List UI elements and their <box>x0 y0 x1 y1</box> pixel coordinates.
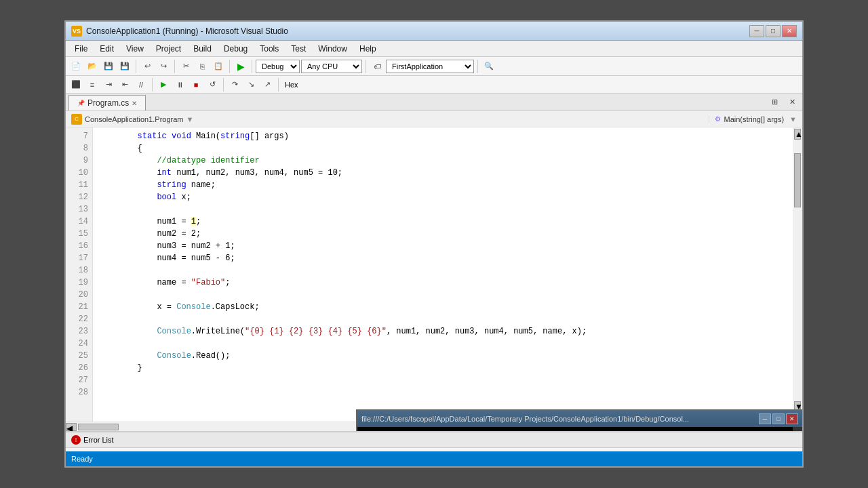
menu-window[interactable]: Window <box>312 42 353 56</box>
dsep2 <box>223 78 224 92</box>
hscroll-thumb[interactable] <box>78 424 119 430</box>
code-line-10: int num1, num2, num3, num4, num5 = 10; <box>98 167 787 179</box>
sep5 <box>366 60 366 73</box>
menu-file[interactable]: File <box>68 42 94 56</box>
code-line-8: { <box>98 142 787 155</box>
undo-button[interactable]: ↩ <box>140 59 155 74</box>
error-list-tab-item[interactable]: ! Error List <box>71 435 114 445</box>
pause-button[interactable]: ⏸ <box>172 77 187 92</box>
menu-bar: File Edit View Project Build Debug Tools… <box>66 41 802 57</box>
console-buttons: ─ □ ✕ <box>759 413 798 424</box>
comment-button[interactable]: // <box>134 77 149 92</box>
vertical-scrollbar[interactable]: ▲ ▼ <box>793 127 802 422</box>
menu-edit[interactable]: Edit <box>94 42 120 56</box>
tab-label: Program.cs <box>87 98 129 108</box>
debug-toolbar: ⬛ ≡ ⇥ ⇤ // ▶ ⏸ ■ ↺ ↷ ↘ ↗ Hex <box>66 76 802 94</box>
paste-button[interactable]: 📋 <box>211 59 226 74</box>
console-restore-button[interactable]: □ <box>772 413 785 424</box>
step-over-button[interactable]: ↷ <box>227 77 242 92</box>
close-button[interactable]: ✕ <box>782 25 797 37</box>
project-icon: 🏷 <box>370 59 384 74</box>
status-text: Ready <box>71 455 93 463</box>
scroll-up-button[interactable]: ▲ <box>794 129 801 140</box>
cpu-select[interactable]: Any CPU <box>301 60 362 73</box>
console-title-text: file:///C:/Users/fscopel/AppData/Local/T… <box>361 415 759 423</box>
format-button[interactable]: ≡ <box>85 77 100 92</box>
copy-button[interactable]: ⎘ <box>195 59 210 74</box>
tab-bar: 📌 Program.cs ✕ ⊞ ✕ <box>66 94 802 111</box>
split-view-button[interactable]: ⊞ <box>767 94 782 109</box>
menu-view[interactable]: View <box>120 42 150 56</box>
method-icon: ⚙ <box>715 115 721 123</box>
scroll-left-button[interactable]: ◀ <box>66 423 77 431</box>
code-lines[interactable]: static void Main(string[] args) { //data… <box>93 127 793 422</box>
code-line-12: bool x; <box>98 191 787 203</box>
title-bar-buttons: ─ □ ✕ <box>749 25 797 37</box>
hex-label: Hex <box>282 81 301 89</box>
breadcrumb-namespace: ConsoleApplication1.Program <box>85 115 184 123</box>
find-button[interactable]: 🔍 <box>481 59 496 74</box>
bottom-panel: ! Error List Ready <box>66 431 802 466</box>
main-area: C ConsoleApplication1.Program ▼ ⚙ Main(s… <box>66 111 802 431</box>
console-close-button[interactable]: ✕ <box>786 413 798 424</box>
code-line-27 <box>98 374 787 386</box>
menu-help[interactable]: Help <box>353 42 382 56</box>
redo-button[interactable]: ↪ <box>156 59 171 74</box>
breadcrumb-method: ⚙ Main(string[] args) ▼ <box>715 115 797 123</box>
dsep3 <box>278 78 279 92</box>
code-line-11: string name; <box>98 179 787 191</box>
dsep1 <box>152 78 153 92</box>
step-out-button[interactable]: ↗ <box>260 77 275 92</box>
outdent-button[interactable]: ⇤ <box>117 77 132 92</box>
code-line-9: //datatype identifier <box>98 155 787 167</box>
save-button[interactable]: 💾 <box>101 59 116 74</box>
method-dropdown-icon[interactable]: ▼ <box>789 115 797 123</box>
indent-button[interactable]: ⇥ <box>101 77 116 92</box>
code-line-26: } <box>98 362 787 374</box>
bookmark-button[interactable]: ⬛ <box>68 77 83 92</box>
debug-mode-select[interactable]: Debug <box>256 60 300 73</box>
cut-button[interactable]: ✂ <box>178 59 193 74</box>
sep3 <box>229 60 230 73</box>
save-all-button[interactable]: 💾 <box>117 59 132 74</box>
menu-debug[interactable]: Debug <box>218 42 254 56</box>
code-line-15: num2 = 2; <box>98 228 787 240</box>
console-content[interactable]: 1 2 3 4 10 Fabio True <box>357 427 802 431</box>
scroll-thumb[interactable] <box>794 153 801 207</box>
new-file-button[interactable]: 📄 <box>68 59 83 74</box>
tab-close-icon[interactable]: ✕ <box>132 100 137 107</box>
open-file-button[interactable]: 📂 <box>85 59 100 74</box>
pin-tab-button[interactable]: ✕ <box>785 94 800 109</box>
restart-button[interactable]: ↺ <box>205 77 220 92</box>
menu-tools[interactable]: Tools <box>254 42 285 56</box>
menu-test[interactable]: Test <box>285 42 312 56</box>
menu-project[interactable]: Project <box>150 42 187 56</box>
code-line-20 <box>98 289 787 301</box>
code-line-19: name = "Fabio"; <box>98 277 787 289</box>
error-list-label: Error List <box>83 436 114 444</box>
namespace-icon: C <box>71 114 82 125</box>
code-line-13 <box>98 203 787 216</box>
code-line-18 <box>98 264 787 277</box>
start-button[interactable]: ▶ <box>233 59 248 74</box>
menu-build[interactable]: Build <box>187 42 218 56</box>
step-into-button[interactable]: ↘ <box>243 77 258 92</box>
minimize-button[interactable]: ─ <box>749 25 764 37</box>
code-content: 7891011 1213141516 1718192021 2223242526… <box>66 127 802 422</box>
breadcrumb-method-text: Main(string[] args) <box>724 115 784 123</box>
continue-button[interactable]: ▶ <box>156 77 171 92</box>
code-line-28 <box>98 386 787 399</box>
code-line-17: num4 = num5 - 6; <box>98 252 787 264</box>
tab-pin-icon: 📌 <box>77 100 85 106</box>
window-title: ConsoleApplication1 (Running) - Microsof… <box>86 26 749 36</box>
tab-program-cs[interactable]: 📌 Program.cs ✕ <box>68 95 146 110</box>
console-minimize-button[interactable]: ─ <box>759 413 771 424</box>
console-scrollbar[interactable] <box>793 427 802 431</box>
stop-button[interactable]: ■ <box>189 77 203 92</box>
code-line-23: Console.WriteLine("{0} {1} {2} {3} {4} {… <box>98 325 787 338</box>
maximize-button[interactable]: □ <box>766 25 781 37</box>
status-bar: Ready <box>66 451 802 466</box>
error-icon: ! <box>71 435 81 445</box>
title-bar: VS ConsoleApplication1 (Running) - Micro… <box>66 22 802 41</box>
project-select[interactable]: FirstApplication <box>386 60 474 73</box>
